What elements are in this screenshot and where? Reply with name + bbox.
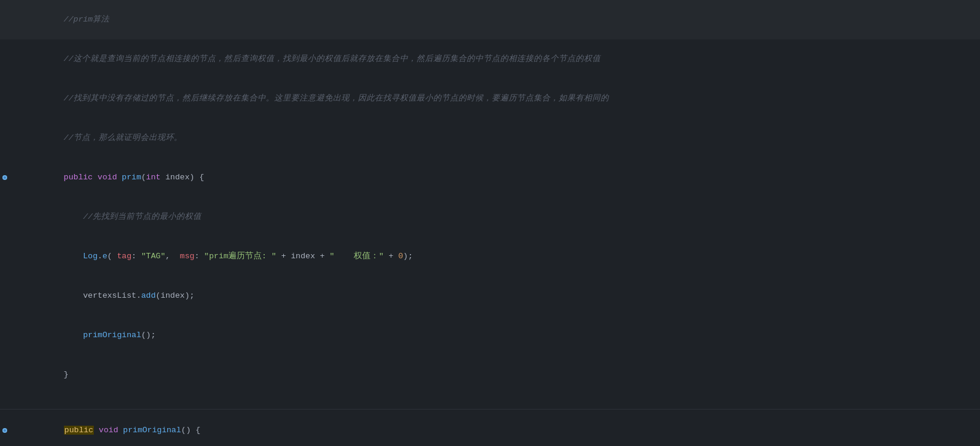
code-editor: //prim算法 //这个就是查询当前的节点相连接的节点，然后查询权值，找到最小…	[0, 0, 980, 446]
line-content: Log.e( tag: "TAG", msg: "prim遍历节点: " + i…	[30, 237, 980, 276]
code-line: Log.e( tag: "TAG", msg: "prim遍历节点: " + i…	[0, 237, 980, 276]
line-content: //先找到当前节点的最小的权值	[30, 197, 980, 237]
line-content: //找到其中没有存储过的节点，然后继续存放在集合中。这里要注意避免出现，因此在找…	[30, 79, 980, 118]
line-number	[0, 158, 30, 197]
code-line: //prim算法	[0, 0, 980, 39]
line-content: //这个就是查询当前的节点相连接的节点，然后查询权值，找到最小的权值后就存放在集…	[30, 39, 980, 79]
code-line: //节点，那么就证明会出现环。	[0, 118, 980, 158]
line-content: public void primOriginal() {	[30, 411, 980, 446]
line-content: }	[30, 355, 980, 395]
line-content: //节点，那么就证明会出现环。	[30, 118, 980, 158]
code-line: //找到其中没有存储过的节点，然后继续存放在集合中。这里要注意避免出现，因此在找…	[0, 79, 980, 118]
code-line: }	[0, 355, 980, 395]
line-content: primOriginal();	[30, 316, 980, 355]
code-line: public void primOriginal() {	[0, 411, 980, 446]
code-line: //这个就是查询当前的节点相连接的节点，然后查询权值，找到最小的权值后就存放在集…	[0, 39, 980, 79]
code-line: public void prim(int index) {	[0, 158, 980, 197]
line-content: vertexsList.add(index);	[30, 276, 980, 316]
code-line: //先找到当前节点的最小的权值	[0, 197, 980, 237]
code-line: vertexsList.add(index);	[0, 276, 980, 316]
code-line	[0, 395, 980, 408]
code-line: primOriginal();	[0, 316, 980, 355]
line-content	[30, 395, 980, 408]
line-number	[0, 411, 30, 446]
line-content: //prim算法	[30, 0, 980, 39]
line-content: public void prim(int index) {	[30, 158, 980, 197]
